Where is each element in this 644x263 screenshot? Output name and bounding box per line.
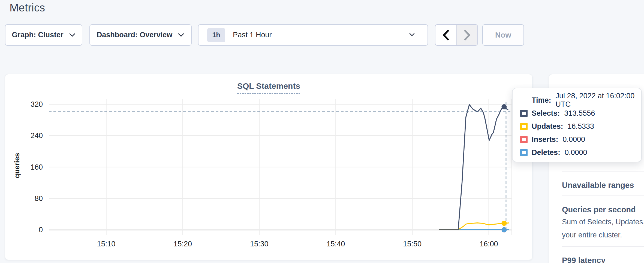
y-tick-label: 80 [35, 194, 43, 203]
tooltip-time-label: Time: [532, 96, 551, 105]
y-tick-label: 320 [31, 100, 43, 108]
sidebar-section-heading: Unavailable ranges [562, 181, 644, 189]
x-tick-label: 15:30 [250, 240, 269, 248]
sidebar-divider [562, 171, 644, 172]
series-value: 0.0000 [565, 148, 587, 157]
x-tick-label: 16:00 [480, 240, 498, 248]
chevron-down-icon [178, 33, 184, 37]
sidebar-divider [562, 246, 644, 247]
dashboard-dropdown[interactable]: Dashboard: Overview [89, 24, 192, 46]
series-color-swatch-icon [520, 136, 528, 143]
tooltip-series-row: Updates:16.5333 [520, 120, 641, 133]
time-range-label: Past 1 Hour [233, 31, 272, 39]
previous-time-button[interactable] [435, 25, 456, 45]
y-tick-label: 0 [39, 226, 43, 234]
hover-dot-selects [501, 104, 507, 109]
chevron-down-icon [69, 33, 76, 37]
series-label: Updates: [532, 122, 563, 131]
tooltip-series-row: Selects:313.5556 [520, 107, 641, 120]
tooltip-series-row: Deletes:0.0000 [520, 146, 641, 159]
sidebar-divider [562, 195, 644, 196]
y-axis-label: queries [13, 153, 21, 178]
y-tick-label: 240 [31, 132, 43, 140]
sidebar-section-description: Sum of Selects, Updates, Inse [562, 217, 644, 227]
tooltip-time-value: Jul 28, 2022 at 16:02:00 UTC [556, 92, 641, 109]
time-step-buttons [435, 24, 478, 46]
series-label: Deletes: [532, 148, 560, 157]
dashboard-dropdown-label: Dashboard: Overview [97, 31, 173, 39]
sql-statements-chart[interactable]: 08016024032015:1015:2015:3015:4015:5016:… [5, 74, 533, 260]
series-value: 16.5333 [568, 122, 594, 131]
page-title: Metrics [10, 2, 45, 14]
x-tick-label: 15:40 [327, 240, 345, 248]
y-tick-label: 160 [31, 163, 43, 171]
sql-statements-card: SQL Statements 08016024032015:1015:2015:… [5, 74, 532, 260]
graph-dropdown-label: Graph: Cluster [12, 31, 63, 39]
series-line-updates [439, 223, 509, 230]
series-color-swatch-icon [520, 123, 528, 130]
tooltip-series-row: Inserts:0.0000 [520, 133, 641, 146]
now-button[interactable]: Now [482, 24, 524, 46]
sidebar-section-heading: Queries per second [562, 206, 644, 214]
series-value: 313.5556 [564, 109, 595, 118]
graph-dropdown[interactable]: Graph: Cluster [5, 24, 82, 46]
time-range-dropdown[interactable]: 1h Past 1 Hour [198, 24, 428, 46]
hover-dot-deletes [501, 227, 507, 233]
x-tick-label: 15:50 [403, 240, 422, 248]
chevron-right-icon [463, 29, 471, 41]
tooltip-time-row: Time: Jul 28, 2022 at 16:02:00 UTC [520, 94, 641, 107]
hover-dot-updates [501, 221, 507, 226]
series-value: 0.0000 [563, 135, 585, 144]
series-label: Selects: [532, 109, 560, 118]
chevron-down-icon [409, 33, 415, 38]
next-time-button[interactable] [456, 25, 477, 45]
sidebar-section-heading: P99 latency [562, 256, 644, 263]
x-tick-label: 15:20 [173, 240, 192, 248]
sidebar-section-description: your entire cluster. [562, 230, 644, 240]
chevron-left-icon [442, 29, 450, 41]
series-color-swatch-icon [520, 110, 528, 117]
x-tick-label: 15:10 [97, 240, 116, 248]
series-color-swatch-icon [520, 149, 528, 156]
chart-hover-tooltip: Time: Jul 28, 2022 at 16:02:00 UTC Selec… [512, 88, 642, 162]
series-label: Inserts: [532, 135, 558, 144]
time-range-badge: 1h [207, 28, 225, 42]
